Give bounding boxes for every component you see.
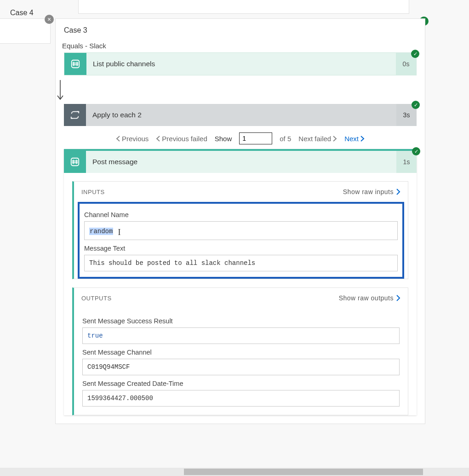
loop-icon (64, 104, 86, 126)
case-title: Case 3 (56, 24, 425, 40)
case-panel: Case 3 Equals - Slack List public channe… (55, 18, 425, 424)
slack-icon (64, 151, 86, 173)
inputs-heading: INPUTS (81, 189, 105, 195)
previous-label: Previous (122, 135, 149, 143)
run-title: Post message (86, 151, 396, 173)
show-raw-inputs-label: Show raw inputs (343, 188, 394, 195)
action-list-public-channels[interactable]: List public channels 0s ✓ (64, 52, 417, 75)
show-raw-inputs[interactable]: Show raw inputs (343, 188, 400, 195)
previous-failed-label: Previous failed (162, 135, 207, 143)
channel-name-text: random (89, 228, 113, 235)
next-label: Next (344, 135, 359, 143)
horizontal-scrollbar[interactable] (0, 468, 469, 476)
run-post-message[interactable]: ✓ Post message 1s INPUTS Show raw inputs (64, 149, 417, 415)
next-link[interactable]: Next (344, 135, 365, 143)
previous-failed-link[interactable]: Previous failed (156, 135, 207, 143)
inputs-highlight: Channel Name randomI Message Text This s… (78, 202, 404, 279)
success-label: Sent Message Success Result (82, 317, 400, 325)
message-text-label: Message Text (84, 245, 398, 252)
show-raw-outputs-label: Show raw outputs (339, 294, 394, 302)
check-icon: ✓ (412, 147, 420, 155)
svg-rect-0 (72, 60, 80, 68)
check-icon: ✓ (411, 50, 419, 58)
success-value[interactable]: true (82, 327, 400, 344)
case-condition: Equals - Slack (56, 40, 425, 52)
case-card-left[interactable] (0, 18, 51, 44)
iteration-pager: Previous Previous failed Show of 5 Next … (64, 132, 417, 144)
channel-name-label: Channel Name (84, 211, 398, 218)
loop-title: Apply to each 2 (86, 104, 396, 126)
created-value[interactable]: 1599364427.000500 (82, 390, 400, 407)
text-cursor-icon: I (118, 228, 120, 237)
show-raw-outputs[interactable]: Show raw outputs (339, 294, 400, 302)
check-icon: ✓ (412, 101, 420, 109)
outputs-section: OUTPUTS Show raw outputs Sent Message Su… (72, 287, 408, 415)
svg-rect-6 (71, 158, 79, 166)
created-label: Sent Message Created Date-Time (82, 380, 400, 387)
channel-label: Sent Message Channel (82, 349, 400, 356)
action-title: List public channels (86, 53, 396, 75)
ghost-card-top (78, 0, 409, 14)
inputs-section: INPUTS Show raw inputs Channel Name rand… (72, 181, 408, 279)
scrollbar-thumb[interactable] (184, 469, 423, 475)
loop-apply-to-each[interactable]: Apply to each 2 3s ✓ (64, 104, 417, 126)
channel-value[interactable]: C019Q94MSCF (82, 359, 400, 375)
arrow-down-icon (56, 75, 425, 104)
previous-link[interactable]: Previous (116, 135, 149, 143)
show-label: Show (215, 135, 232, 143)
outputs-heading: OUTPUTS (81, 295, 112, 302)
message-text-value[interactable]: This should be posted to all slack chann… (84, 255, 398, 271)
channel-name-value[interactable]: randomI (84, 221, 398, 240)
next-failed-link[interactable]: Next failed (298, 135, 337, 143)
next-failed-label: Next failed (298, 135, 331, 143)
iteration-input[interactable] (239, 132, 272, 144)
slack-icon (64, 53, 86, 75)
case4-title: Case 4 (10, 9, 34, 17)
of-total: of 5 (280, 135, 291, 143)
close-icon[interactable]: × (45, 15, 54, 24)
